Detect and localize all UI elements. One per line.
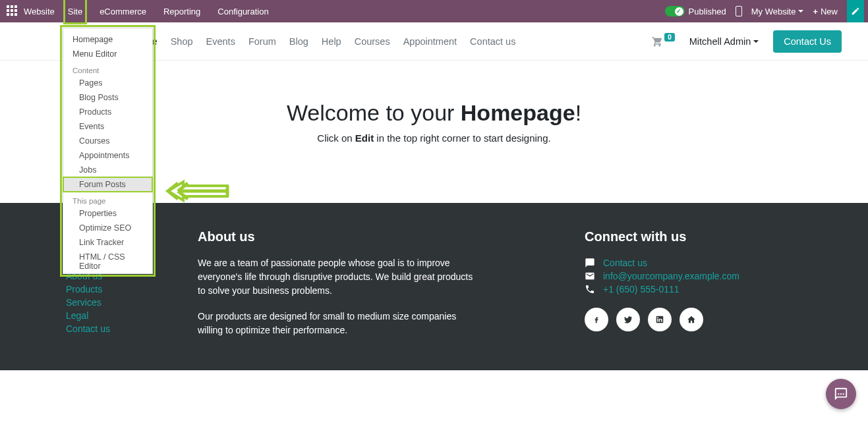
- cart-count-badge: 0: [664, 33, 675, 42]
- home-social-button[interactable]: [680, 308, 703, 331]
- dd-jobs[interactable]: Jobs: [63, 163, 152, 177]
- edit-button[interactable]: [847, 0, 864, 22]
- envelope-icon: [585, 271, 595, 281]
- chevron-down-icon: [753, 40, 759, 45]
- dd-events[interactable]: Events: [63, 119, 152, 134]
- contact-us-button[interactable]: Contact Us: [773, 30, 842, 53]
- dd-forum-posts[interactable]: Forum Posts: [63, 177, 152, 192]
- dd-blog-posts[interactable]: Blog Posts: [63, 90, 152, 105]
- connect-title: Connect with us: [585, 229, 809, 244]
- nav-contact[interactable]: Contact us: [470, 36, 515, 47]
- twitter-button[interactable]: [616, 308, 640, 331]
- dd-courses[interactable]: Courses: [63, 134, 152, 148]
- plus-icon: +: [813, 7, 818, 16]
- dd-homepage[interactable]: Homepage: [63, 28, 152, 47]
- nav-appointment[interactable]: Appointment: [403, 36, 457, 47]
- mobile-preview-icon[interactable]: [736, 6, 742, 16]
- footer-phone[interactable]: +1 (650) 555-0111: [603, 284, 680, 295]
- admin-menu-reporting[interactable]: Reporting: [161, 0, 203, 22]
- about-title: About us: [198, 229, 481, 244]
- nav-courses[interactable]: Courses: [355, 36, 390, 47]
- about-text-2: Our products are designed for small to m…: [198, 310, 481, 337]
- nav-events[interactable]: Events: [206, 36, 235, 47]
- dd-appointments[interactable]: Appointments: [63, 148, 152, 163]
- chat-fab[interactable]: [826, 379, 856, 409]
- chevron-down-icon: [798, 10, 803, 15]
- dd-pages[interactable]: Pages: [63, 76, 152, 90]
- nav-help[interactable]: Help: [322, 36, 341, 47]
- brand-label[interactable]: Website: [24, 7, 55, 16]
- footer-link-legal[interactable]: Legal: [66, 309, 171, 322]
- annotation-arrow: [165, 178, 231, 207]
- nav-blog[interactable]: Blog: [289, 36, 308, 47]
- admin-menu-configuration[interactable]: Configuration: [215, 0, 271, 22]
- nav-shop[interactable]: Shop: [171, 36, 193, 47]
- apps-icon[interactable]: [7, 5, 18, 17]
- about-text-1: We are a team of passionate people whose…: [198, 256, 481, 298]
- dd-html-css-editor[interactable]: HTML / CSS Editor: [63, 250, 152, 273]
- admin-menu-site[interactable]: Site: [65, 0, 85, 22]
- site-dropdown: Homepage Menu Editor Content Pages Blog …: [63, 28, 153, 274]
- phone-icon: [585, 284, 595, 295]
- dd-properties[interactable]: Properties: [63, 206, 152, 221]
- facebook-button[interactable]: [585, 308, 608, 331]
- dd-optimize-seo[interactable]: Optimize SEO: [63, 221, 152, 235]
- dd-menu-editor[interactable]: Menu Editor: [63, 47, 152, 61]
- publish-toggle[interactable]: ✓ Published: [665, 6, 726, 16]
- linkedin-button[interactable]: [648, 308, 672, 331]
- website-switcher[interactable]: My Website: [751, 7, 804, 16]
- user-menu[interactable]: Mitchell Admin: [689, 36, 759, 47]
- published-label: Published: [689, 7, 726, 16]
- cart-button[interactable]: 0: [651, 36, 675, 47]
- footer-contact-link[interactable]: Contact us: [603, 258, 647, 268]
- admin-menu-ecommerce[interactable]: eCommerce: [97, 0, 149, 22]
- new-button[interactable]: + New: [813, 7, 838, 16]
- footer-link-services[interactable]: Services: [66, 296, 171, 309]
- dd-thispage-header: This page: [63, 192, 152, 206]
- speech-icon: [585, 258, 595, 268]
- dd-content-header: Content: [63, 61, 152, 76]
- dd-link-tracker[interactable]: Link Tracker: [63, 235, 152, 250]
- footer-link-products[interactable]: Products: [66, 283, 171, 296]
- footer-link-contact[interactable]: Contact us: [66, 322, 171, 335]
- footer-email[interactable]: info@yourcompany.example.com: [603, 271, 739, 281]
- nav-forum[interactable]: Forum: [248, 36, 276, 47]
- dd-products[interactable]: Products: [63, 105, 152, 119]
